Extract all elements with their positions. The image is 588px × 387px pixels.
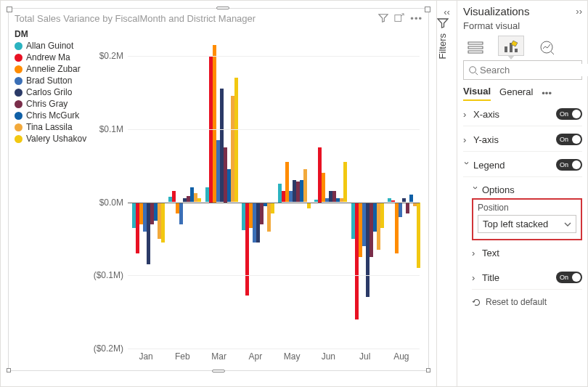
- filter-icon: [437, 17, 457, 29]
- chevron-right-icon: ›: [472, 272, 479, 283]
- legend-swatch: [15, 65, 23, 73]
- prop-x-axis[interactable]: › X-axis On: [463, 101, 582, 126]
- filters-label: Filters: [437, 33, 448, 59]
- prop-y-axis[interactable]: › Y-axis On: [463, 126, 582, 152]
- prop-legend-options[interactable]: › Options: [472, 177, 582, 197]
- chevron-right-icon[interactable]: ››: [576, 6, 582, 17]
- more-options-icon[interactable]: •••: [410, 13, 422, 24]
- legend-swatch: [15, 100, 23, 108]
- prop-legend-title[interactable]: › Title On: [472, 264, 582, 290]
- legend-label: Brad Sutton: [26, 76, 72, 86]
- legend-label: Chris Gray: [26, 99, 68, 109]
- legend-label: Tina Lassila: [26, 122, 73, 132]
- svg-rect-3: [468, 51, 483, 53]
- svg-point-8: [470, 66, 476, 73]
- bar[interactable]: [409, 195, 413, 202]
- legend-item[interactable]: Andrew Ma: [15, 52, 86, 62]
- format-sub-tabs: Visual General •••: [463, 86, 582, 101]
- chevron-down-icon: [564, 221, 571, 228]
- svg-rect-1: [468, 42, 483, 44]
- legend-item[interactable]: Brad Sutton: [15, 76, 86, 86]
- chart-legend: DM Allan GuinotAndrew MaAnnelie ZubarBra…: [15, 29, 86, 145]
- legend-item[interactable]: Allan Guinot: [15, 41, 86, 51]
- bar[interactable]: [322, 173, 325, 202]
- legend-swatch: [15, 54, 23, 62]
- search-input[interactable]: [478, 64, 588, 76]
- filters-collapsed-pane[interactable]: ‹‹ Filters: [437, 1, 457, 386]
- legend-label: Annelie Zubar: [26, 64, 81, 74]
- legend-swatch: [15, 89, 23, 97]
- panel-title: Visualizations: [463, 5, 529, 17]
- bar[interactable]: [303, 169, 307, 202]
- analytics-tab[interactable]: [534, 37, 559, 56]
- svg-rect-2: [468, 46, 483, 49]
- y-tick-label: $0.1M: [89, 124, 123, 134]
- x-tick-label: Feb: [175, 351, 190, 362]
- toggle-legend-title[interactable]: On: [556, 272, 582, 283]
- legend-swatch: [15, 77, 23, 85]
- search-box[interactable]: [463, 60, 582, 80]
- legend-item[interactable]: Carlos Grilo: [15, 87, 86, 97]
- filter-icon[interactable]: [378, 13, 388, 24]
- chevron-right-icon: ›: [463, 134, 470, 145]
- svg-rect-6: [515, 49, 518, 52]
- prop-legend-text[interactable]: › Text: [472, 240, 582, 264]
- y-tick-label: ($0.2M): [89, 343, 123, 354]
- bar[interactable]: [417, 203, 420, 269]
- format-visual-tab[interactable]: [498, 36, 524, 56]
- svg-rect-0: [395, 15, 401, 22]
- select-value: Top left stacked: [483, 219, 548, 229]
- svg-rect-4: [505, 46, 507, 52]
- build-visual-tab[interactable]: [463, 37, 488, 56]
- bar[interactable]: [399, 203, 402, 217]
- bar[interactable]: [172, 191, 176, 202]
- legend-label: Andrew Ma: [26, 52, 70, 62]
- legend-swatch: [15, 42, 23, 50]
- chart-panel: ••• Total Sales Variance by FiscalMonth …: [1, 1, 436, 386]
- y-tick-label: $0.2M: [89, 51, 123, 61]
- legend-swatch: [15, 112, 23, 120]
- y-tick-label: $0.0M: [89, 197, 123, 208]
- app-root: ••• Total Sales Variance by FiscalMonth …: [0, 0, 588, 387]
- toggle-y-axis[interactable]: On: [556, 134, 582, 145]
- chart-title: Total Sales Variance by FiscalMonth and …: [9, 9, 428, 25]
- legend-title: DM: [15, 29, 86, 39]
- legend-label: Carlos Grilo: [26, 87, 72, 97]
- prop-label: Legend: [473, 160, 556, 171]
- legend-swatch: [15, 135, 23, 143]
- legend-item[interactable]: Valery Ushakov: [15, 134, 86, 144]
- chart-card[interactable]: ••• Total Sales Variance by FiscalMonth …: [8, 8, 429, 371]
- legend-item[interactable]: Annelie Zubar: [15, 64, 86, 74]
- bar[interactable]: [406, 203, 409, 213]
- prop-legend[interactable]: › Legend On: [463, 152, 582, 177]
- toggle-legend[interactable]: On: [556, 159, 582, 171]
- toggle-x-axis[interactable]: On: [556, 108, 582, 120]
- prop-label: Y-axis: [473, 134, 556, 145]
- legend-item[interactable]: Chris Gray: [15, 99, 86, 109]
- x-tick-label: May: [284, 351, 301, 362]
- prop-label: X-axis: [473, 109, 556, 120]
- reset-to-default[interactable]: Reset to default: [472, 297, 582, 307]
- search-icon: [468, 65, 478, 76]
- legend-label: Chris McGurk: [26, 110, 79, 121]
- chevron-down-icon: ›: [462, 161, 473, 168]
- bar[interactable]: [179, 203, 183, 224]
- focus-mode-icon[interactable]: [394, 13, 404, 24]
- reset-label: Reset to default: [486, 297, 547, 307]
- legend-position-highlight: Position Top left stacked: [472, 198, 582, 240]
- legend-swatch: [15, 123, 23, 131]
- x-tick-label: Mar: [211, 351, 226, 362]
- tab-general[interactable]: General: [499, 86, 533, 100]
- chart-plot-area: $0.2M$0.1M$0.0M($0.1M)($0.2M): [89, 56, 420, 349]
- chart-toolbar: •••: [378, 13, 422, 24]
- tab-visual[interactable]: Visual: [463, 86, 491, 101]
- legend-item[interactable]: Chris McGurk: [15, 110, 86, 121]
- legend-label: Allan Guinot: [26, 41, 73, 51]
- legend-item[interactable]: Tina Lassila: [15, 122, 86, 132]
- more-tabs-icon[interactable]: •••: [542, 88, 552, 99]
- legend-position-select[interactable]: Top left stacked: [478, 215, 576, 233]
- format-mode-tabs: [463, 36, 582, 56]
- reset-icon: [472, 298, 481, 307]
- prop-label: Options: [482, 184, 582, 195]
- x-tick-label: Apr: [249, 351, 263, 362]
